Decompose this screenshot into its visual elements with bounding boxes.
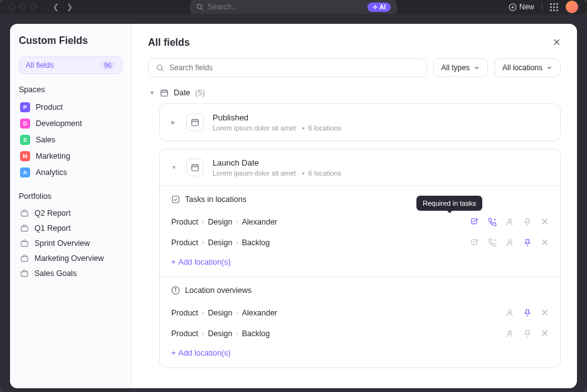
group-header[interactable]: ▼ Date (5) xyxy=(148,88,561,97)
sidebar-portfolio-item[interactable]: Sales Goals xyxy=(19,266,122,281)
titlebar: ❮ ❯ ✧ AI New xyxy=(0,0,587,14)
location-row: Product›Design›Alexander ✕ xyxy=(171,302,549,323)
svg-point-36 xyxy=(509,310,512,313)
sidebar-portfolio-item[interactable]: Marketing Overview xyxy=(19,251,122,266)
search-icon xyxy=(196,3,204,11)
pin-icon[interactable] xyxy=(523,329,532,338)
apps-icon[interactable] xyxy=(550,3,558,11)
remove-icon[interactable]: ✕ xyxy=(541,216,549,228)
required-task-icon[interactable] xyxy=(470,218,479,226)
chevron-right-icon[interactable]: ▶ xyxy=(171,119,177,125)
breadcrumb-part: Alexander xyxy=(242,218,277,226)
all-fields-pill[interactable]: All fields 96 xyxy=(19,56,122,74)
breadcrumb-part: Product xyxy=(171,329,198,338)
calendar-icon xyxy=(160,88,169,97)
field-name: Published xyxy=(213,113,341,122)
traffic-lights xyxy=(9,4,36,10)
person-icon[interactable] xyxy=(505,309,514,317)
sidebar-item-label: Product xyxy=(36,103,63,112)
phone-icon[interactable] xyxy=(488,238,497,247)
breadcrumb[interactable]: Product›Design›Backlog xyxy=(171,329,270,338)
briefcase-icon xyxy=(20,224,29,233)
field-row[interactable]: ▶ Published Lorem ipsum dolor sit amet6 … xyxy=(160,104,560,140)
calendar-icon xyxy=(186,159,204,176)
svg-rect-6 xyxy=(21,226,28,231)
nav-back-button[interactable]: ❮ xyxy=(50,0,61,14)
search-fields-input[interactable] xyxy=(169,63,419,72)
field-card-expanded: ▼ Launch Date Lorem ipsum dolor sit amet… xyxy=(159,149,561,368)
add-location-button[interactable]: + Add location(s) xyxy=(171,344,549,359)
chevron-down-icon[interactable]: ▼ xyxy=(149,90,155,96)
person-icon[interactable] xyxy=(505,329,514,338)
space-badge: A xyxy=(20,167,30,177)
location-row: Product›Design›Backlog ✕ xyxy=(171,323,549,344)
svg-point-37 xyxy=(509,331,512,334)
location-row: Product›Design›Alexander Required in tas… xyxy=(171,211,549,232)
chevron-down-icon xyxy=(546,65,553,71)
close-icon[interactable]: ✕ xyxy=(553,36,561,48)
breadcrumb-part: Design xyxy=(208,329,232,338)
overviews-subsection: Location overviews Product›Design›Alexan… xyxy=(160,277,560,368)
sidebar-space-item[interactable]: DDevelopment xyxy=(19,115,122,132)
svg-rect-9 xyxy=(21,272,28,277)
filter-types-button[interactable]: All types xyxy=(433,58,488,77)
sidebar-space-item[interactable]: SSales xyxy=(19,132,122,148)
svg-point-28 xyxy=(509,219,512,222)
required-task-icon[interactable] xyxy=(470,238,479,247)
svg-point-27 xyxy=(494,218,495,220)
sidebar-space-item[interactable]: AAnalytics xyxy=(19,164,122,181)
breadcrumb-part: Product xyxy=(171,238,198,247)
new-button[interactable]: New xyxy=(509,3,534,11)
sidebar-portfolio-item[interactable]: Q1 Report xyxy=(19,221,122,236)
ai-badge[interactable]: ✧ AI xyxy=(368,3,391,12)
pin-icon[interactable] xyxy=(523,309,532,317)
main-title: All fields xyxy=(148,37,190,48)
person-icon[interactable] xyxy=(505,238,514,247)
sidebar-space-item[interactable]: MMarketing xyxy=(19,148,122,164)
remove-icon[interactable]: ✕ xyxy=(541,307,549,319)
field-name: Launch Date xyxy=(213,158,341,167)
remove-icon[interactable]: ✕ xyxy=(541,236,549,248)
nav-forward-button[interactable]: ❯ xyxy=(64,0,75,14)
tasks-subsection: Tasks in locations Product›Design›Alexan… xyxy=(160,186,560,277)
main-content: All fields ✕ All types All locations ▼ D… xyxy=(132,24,577,388)
breadcrumb[interactable]: Product›Design›Backlog xyxy=(171,238,270,247)
search-icon xyxy=(156,64,164,72)
sidebar-item-label: Sales Goals xyxy=(34,269,77,278)
breadcrumb-part: Product xyxy=(171,309,198,317)
sidebar-portfolio-item[interactable]: Sprint Overview xyxy=(19,236,122,251)
sidebar-space-item[interactable]: PProduct xyxy=(19,99,122,115)
phone-icon[interactable] xyxy=(488,218,497,226)
svg-line-1 xyxy=(201,8,203,10)
svg-point-10 xyxy=(157,65,162,70)
breadcrumb-part: Design xyxy=(208,238,232,247)
chevron-down-icon[interactable]: ▼ xyxy=(171,164,177,171)
page-title: Custom Fields xyxy=(19,35,122,46)
sidebar-item-label: Q2 Report xyxy=(34,209,71,218)
svg-rect-16 xyxy=(192,120,199,125)
filter-locations-button[interactable]: All locations xyxy=(494,58,561,77)
search-fields[interactable] xyxy=(148,58,427,77)
breadcrumb[interactable]: Product›Design›Alexander xyxy=(171,309,277,317)
sidebar-item-label: Marketing Overview xyxy=(34,254,103,263)
person-icon[interactable] xyxy=(505,218,514,226)
global-search[interactable]: ✧ AI xyxy=(190,0,397,14)
add-location-button[interactable]: + Add location(s) xyxy=(171,253,549,268)
pin-icon[interactable] xyxy=(523,218,532,226)
svg-rect-8 xyxy=(21,257,28,262)
breadcrumb[interactable]: Product›Design›Alexander xyxy=(171,218,277,226)
remove-icon[interactable]: ✕ xyxy=(541,327,549,339)
sidebar-portfolio-item[interactable]: Q2 Report xyxy=(19,206,122,221)
location-row: Product›Design›Backlog ✕ xyxy=(171,232,549,253)
pin-icon[interactable] xyxy=(523,238,532,247)
global-search-input[interactable] xyxy=(208,3,364,11)
sidebar-item-label: Q1 Report xyxy=(34,224,71,233)
avatar[interactable] xyxy=(566,1,578,13)
space-badge: P xyxy=(20,102,30,112)
space-badge: D xyxy=(20,119,30,129)
briefcase-icon xyxy=(20,209,29,218)
field-row[interactable]: ▼ Launch Date Lorem ipsum dolor sit amet… xyxy=(160,149,560,186)
info-icon xyxy=(171,286,180,295)
svg-rect-24 xyxy=(172,196,179,203)
svg-rect-20 xyxy=(192,165,199,171)
